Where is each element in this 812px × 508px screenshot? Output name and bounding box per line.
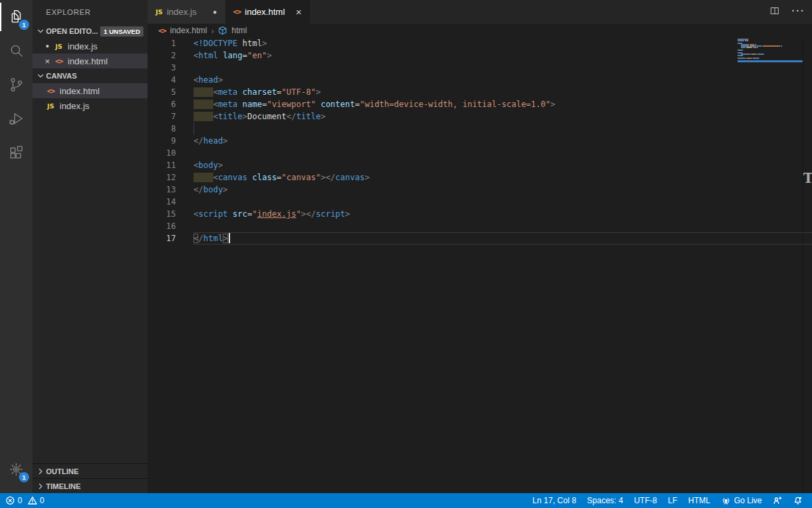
status-indentation[interactable]: Spaces: 4: [582, 493, 629, 508]
code-line-content[interactable]: </html>: [194, 232, 812, 245]
code-line-content[interactable]: [194, 196, 812, 208]
js-file-icon: JS: [45, 102, 57, 110]
warning-icon: [28, 496, 37, 505]
activity-run-debug-button[interactable]: [0, 102, 32, 135]
code-token: lang: [223, 51, 242, 60]
error-count: 0: [18, 496, 22, 505]
code-token: script: [198, 209, 227, 219]
code-line-content[interactable]: <html lang="en">: [194, 49, 812, 62]
code-line-content[interactable]: [194, 123, 812, 135]
code-token: </: [194, 185, 203, 194]
status-language-mode[interactable]: HTML: [683, 493, 716, 508]
section-timeline[interactable]: TIMELINE: [32, 478, 148, 493]
activity-explorer-button[interactable]: 1: [0, 0, 32, 34]
line-number: 3: [148, 62, 194, 74]
activity-extensions-button[interactable]: [0, 135, 32, 169]
open-editor-item[interactable]: ●JSindex.js: [32, 39, 148, 54]
code-token: =: [242, 51, 247, 60]
folder-label: CANVAS: [46, 72, 77, 80]
minimap-segment: [746, 47, 752, 48]
code-line-content[interactable]: <!DOCTYPE html>: [194, 37, 812, 49]
open-editors-header[interactable]: OPEN EDITO... 1 UNSAVED: [32, 24, 148, 39]
code-token: </: [194, 136, 203, 146]
code-token: title: [296, 112, 321, 121]
code-line-content[interactable]: <head>: [194, 74, 812, 86]
code-line-content[interactable]: <canvas class="canvas"></canvas>: [194, 171, 812, 184]
line-number: 6: [148, 98, 194, 110]
folder-file-list: <>index.htmlJSindex.js: [32, 83, 148, 113]
status-feedback[interactable]: [767, 493, 788, 508]
code-line-10: 10: [148, 147, 812, 159]
code-token: >: [242, 112, 247, 121]
close-icon[interactable]: ×: [296, 7, 302, 17]
minimap-segment: [745, 40, 748, 41]
code-token: meta: [218, 100, 238, 109]
open-editors-label: OPEN EDITO...: [46, 27, 98, 35]
file-item[interactable]: JSindex.js: [32, 98, 148, 113]
section-label: TIMELINE: [46, 482, 81, 490]
tab-bar: JSindex.js●<>index.html× ···: [148, 0, 812, 24]
status-label: LF: [668, 496, 677, 505]
section-outline[interactable]: OUTLINE: [32, 463, 148, 478]
split-editor-button[interactable]: [769, 5, 781, 20]
breadcrumb: <> index.html › html: [148, 24, 812, 37]
code-line-content[interactable]: </head>: [194, 135, 812, 147]
folder-section-header[interactable]: CANVAS: [32, 68, 148, 83]
tab-label: index.js: [166, 7, 196, 17]
code-line-6: 6 <meta name="viewport" content="width=d…: [148, 98, 812, 110]
status-go-live[interactable]: Go Live: [716, 493, 767, 508]
problems-status[interactable]: 0 0: [0, 493, 49, 508]
open-editor-item[interactable]: ×<>index.html: [32, 54, 148, 68]
code-line-content[interactable]: [194, 62, 812, 74]
minimap-segment: [738, 55, 743, 56]
code-token: </: [306, 209, 315, 219]
code-line-content[interactable]: <body>: [194, 159, 812, 171]
code-token: >: [223, 234, 227, 243]
file-name: index.js: [60, 101, 89, 111]
code-line-content[interactable]: <script src="index.js"></script>: [194, 208, 812, 220]
activity-source-control-button[interactable]: [0, 68, 32, 102]
code-editor[interactable]: 1<!DOCTYPE html>2<html lang="en">34<head…: [148, 37, 812, 493]
status-eol[interactable]: LF: [662, 493, 683, 508]
main-area: 11 EXPLORER OPEN EDITO... 1 UNSAVED ●JSi…: [0, 0, 812, 493]
tab-index.js[interactable]: JSindex.js●: [148, 0, 225, 24]
file-item[interactable]: <>index.html: [32, 83, 148, 98]
minimap-segment: [751, 54, 757, 55]
minimap-segment: [781, 45, 782, 47]
extensions-icon: [7, 144, 25, 161]
code-token: name: [242, 100, 262, 109]
code-token: html: [238, 39, 262, 48]
status-notifications[interactable]: [788, 493, 808, 508]
code-token: </: [286, 112, 296, 121]
code-line-content[interactable]: <meta name="viewport" content="width=dev…: [194, 98, 812, 110]
minimap[interactable]: [738, 39, 803, 62]
code-token: >: [218, 75, 223, 85]
status-encoding[interactable]: UTF-8: [629, 493, 662, 508]
code-line-content[interactable]: <meta charset="UTF-8">: [194, 86, 812, 98]
code-token: "UTF-8": [281, 87, 316, 97]
status-cursor-position[interactable]: Ln 17, Col 8: [527, 493, 582, 508]
file-name: index.html: [60, 86, 99, 96]
code-line-1: 1<!DOCTYPE html>: [148, 37, 812, 49]
breadcrumb-file[interactable]: index.html: [170, 26, 207, 35]
code-line-4: 4<head>: [148, 74, 812, 86]
code-line-content[interactable]: [194, 220, 812, 232]
tab-index.html[interactable]: <>index.html×: [225, 0, 310, 24]
html-file-icon: <>: [53, 57, 65, 66]
more-actions-button[interactable]: ···: [792, 5, 805, 19]
tab-actions: ···: [769, 0, 805, 24]
modified-dot-icon: ●: [42, 43, 53, 49]
scrollbar[interactable]: T: [803, 37, 812, 493]
minimap-segment: [738, 40, 744, 41]
code-line-content[interactable]: <title>Document</title>: [194, 110, 812, 123]
code-token: <!DOCTYPE: [194, 39, 238, 48]
activity-settings-button[interactable]: 1: [0, 452, 32, 486]
open-editors-list: ●JSindex.js×<>index.html: [32, 39, 148, 68]
close-icon[interactable]: ×: [42, 56, 53, 66]
breadcrumb-symbol[interactable]: html: [231, 26, 247, 35]
activity-search-button[interactable]: [0, 34, 32, 68]
code-token: =: [355, 100, 359, 109]
code-token: [228, 209, 233, 219]
code-line-content[interactable]: [194, 147, 812, 159]
code-line-content[interactable]: </body>: [194, 184, 812, 196]
